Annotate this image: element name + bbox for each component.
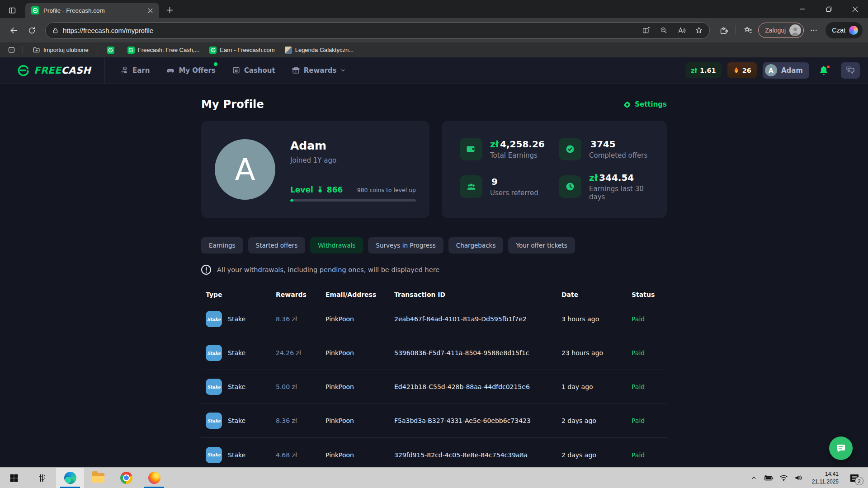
chrome-icon [120,472,132,484]
copilot-chat-button[interactable]: Czat [826,22,863,38]
user-menu[interactable]: A Adam [763,62,809,79]
nav-label: Rewards [304,66,337,75]
stat-earnings-30-days: zł344.54 Earnings last 30 days [559,171,658,202]
browser-tab[interactable]: Profile - Freecash.com [25,3,159,18]
row-email: PinkPoon [326,349,394,357]
zoom-out-icon[interactable] [657,23,670,37]
streak-badge[interactable]: 26 [727,62,757,78]
flame-icon [733,66,740,74]
toolbar-separator [736,25,736,35]
bookmark-freecash-plain[interactable] [104,44,121,56]
battery-icon[interactable] [764,473,774,483]
tab-your-offer-tickets[interactable]: Your offer tickets [508,237,575,253]
profile-name: Adam [290,139,416,152]
taskbar-explorer-button[interactable] [84,468,112,488]
row-email: PinkPoon [326,451,394,459]
gamepad-icon [166,66,175,75]
system-tray: 14:41 21.11.2025 2 [749,468,868,488]
bookmarks-sidebar-icon[interactable] [5,45,17,56]
hand-coin-icon [120,66,129,75]
browser-menu-icon[interactable] [806,22,822,38]
extensions-icon[interactable] [715,22,731,38]
info-icon [201,265,211,275]
row-transaction-id: 53960836-F5d7-411a-8504-9588e8d15f1c [394,349,561,357]
taskbar-firefox-button[interactable] [140,468,168,488]
row-transaction-id: 329fd915-82cd-4c05-8e8e-84c754c39a8a [394,451,561,459]
volume-icon[interactable] [793,473,804,483]
stat-label: Users referred [490,189,538,197]
support-chat-button[interactable] [829,436,853,460]
column-header-type: Type [206,291,276,298]
bookmark-legenda[interactable]: Legenda Galaktyczn... [281,44,357,56]
nav-earn[interactable]: Earn [120,66,150,75]
notifications-bell-icon[interactable] [818,65,830,76]
gift-icon [292,66,300,75]
url-text[interactable]: https://freecash.com/myprofile [63,27,635,34]
screen: Profile - Freecash.com https://freecash.… [0,0,868,488]
medal-icon [316,186,324,194]
tab-started-offers[interactable]: Started offers [248,237,306,253]
nav-rewards[interactable]: Rewards [292,66,346,75]
nav-label: Cashout [244,66,275,75]
close-button[interactable] [842,0,868,18]
bookmark-freecash-earn[interactable]: Earn - Freecash.com [206,44,278,56]
level-progress-fill [290,199,293,202]
back-icon[interactable] [5,22,22,38]
balance-value: 1.61 [700,67,716,74]
signin-label: Zaloguj [765,27,786,34]
clock-date: 21.11.2025 [812,478,839,485]
tab-close-icon[interactable] [145,5,155,15]
address-bar[interactable]: https://freecash.com/myprofile [45,22,710,39]
new-tab-button[interactable] [163,3,176,17]
bookmark-import-favorites[interactable]: Importuj ulubione [28,44,92,56]
stats-card: zł4,258.26 Total Earnings 3745 Completed… [442,121,667,218]
stake-icon: Stake [206,379,222,395]
freecash-logo[interactable]: FREECASH [17,64,91,76]
tab-surveys-in-progress[interactable]: Surveys in Progress [368,237,443,253]
notification-center-icon[interactable]: 2 [845,468,863,488]
tab-chargebacks[interactable]: Chargebacks [448,237,504,253]
bookmark-freecash-home[interactable]: Freecash: Free Cash,... [124,44,203,56]
tab-actions-icon[interactable] [4,3,21,18]
logo-free: FREE [34,65,61,76]
taskbar-clock[interactable]: 14:41 21.11.2025 [812,470,839,485]
refresh-icon[interactable] [24,22,40,38]
favorite-star-icon[interactable] [692,23,706,37]
bookmarks-separator [23,46,23,54]
taskbar-edge-button[interactable] [56,468,84,488]
browser-signin-button[interactable]: Zaloguj [758,23,804,38]
table-row: Stake Stake 5.00 zł PinkPoon Ed421b18-C5… [201,370,667,404]
nav-my-offers[interactable]: My Offers [166,66,215,75]
browser-avatar-icon [789,24,801,36]
clock-time: 14:41 [812,470,839,478]
read-aloud-icon[interactable] [675,23,688,37]
start-button[interactable] [0,468,28,488]
row-transaction-id: 2eab467f-84ad-4101-81a9-Dd595fb1f7e2 [394,315,561,323]
stat-value: 9 [491,176,498,187]
file-explorer-icon [92,473,104,483]
tab-withdrawals[interactable]: Withdrawals [310,237,363,253]
nav-cashout[interactable]: Cashout [232,66,275,75]
tab-earnings[interactable]: Earnings [201,237,243,253]
stat-value: 344.54 [599,172,634,183]
restore-button[interactable] [816,0,842,18]
site-chat-icon[interactable] [841,62,860,79]
lock-icon [52,27,59,34]
favorites-bar-icon[interactable] [740,22,756,38]
tray-chevron-icon[interactable] [749,473,760,483]
pinned-app-icon[interactable] [28,468,56,488]
row-status-badge: Paid [632,315,667,323]
settings-button[interactable]: Settings [623,100,667,108]
row-status-badge: Paid [632,417,667,424]
clock-icon [559,175,581,198]
balance-badge[interactable]: zł 1.61 [685,62,722,78]
row-transaction-id: F5a3bd3a-B327-4331-Ae5e-60ebb6c73423 [394,417,561,424]
split-screen-icon[interactable] [639,23,653,37]
wifi-icon[interactable] [778,473,789,483]
taskbar-chrome-button[interactable] [112,468,140,488]
row-reward: 24.26 zł [276,349,326,357]
column-header-email: Email/Address [326,291,394,298]
page-content: FREECASH Earn My Offers Cashout Rewards [0,57,868,467]
bookmark-label: Freecash: Free Cash,... [138,47,200,53]
minimize-button[interactable] [789,0,816,18]
